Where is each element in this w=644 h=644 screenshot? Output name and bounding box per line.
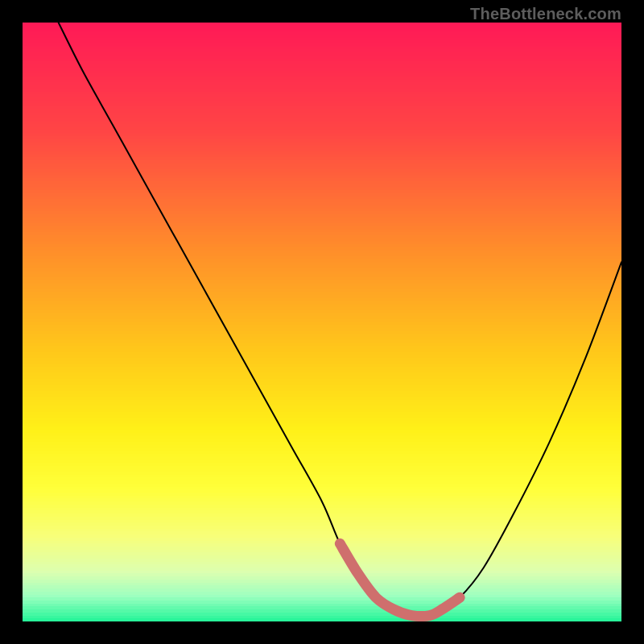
optimal-range-marker [340, 543, 460, 616]
plot-area [23, 23, 621, 621]
watermark-text: TheBottleneck.com [470, 5, 621, 23]
chart-frame: TheBottleneck.com [0, 0, 644, 644]
bottleneck-curve [59, 23, 621, 616]
curve-layer [23, 23, 621, 621]
